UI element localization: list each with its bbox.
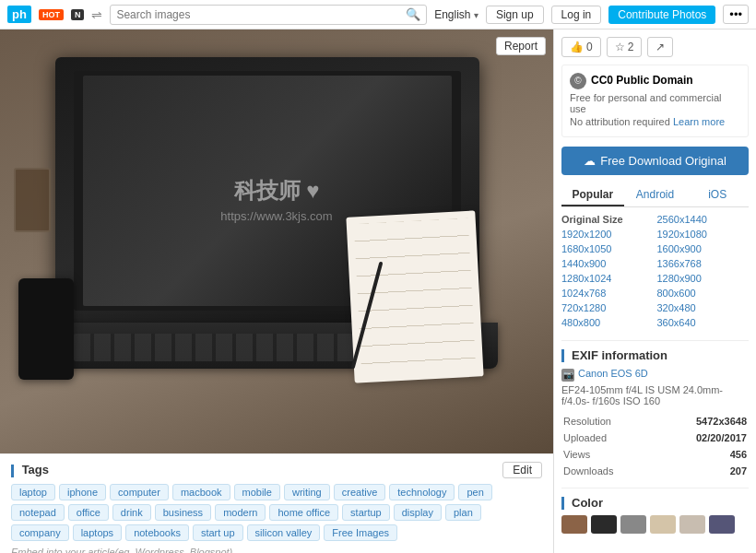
- size-item[interactable]: 320x480: [657, 301, 750, 314]
- tag-item[interactable]: notepad: [11, 504, 65, 521]
- size-item[interactable]: 1280x1024: [561, 272, 654, 285]
- tag-item[interactable]: plan: [445, 504, 481, 521]
- tag-item[interactable]: technology: [389, 484, 455, 500]
- tag-item[interactable]: office: [68, 504, 109, 521]
- badge-hot: HOT: [39, 9, 64, 20]
- tag-item[interactable]: company: [11, 524, 69, 541]
- tag-item[interactable]: display: [394, 504, 442, 521]
- share-icon: ↗: [656, 41, 665, 53]
- color-swatch[interactable]: [679, 515, 705, 534]
- star-button[interactable]: ☆ 2: [607, 37, 643, 57]
- color-swatch[interactable]: [709, 515, 735, 534]
- chevron-down-icon: ▾: [474, 10, 478, 20]
- size-item[interactable]: 1920x1200: [561, 228, 654, 241]
- size-item[interactable]: 1024x768: [561, 287, 654, 300]
- exif-section-title: EXIF information: [561, 348, 749, 362]
- tags-row: laptopiphonecomputermacbookmobilewriting…: [11, 484, 542, 541]
- signup-button[interactable]: Sign up: [486, 6, 544, 24]
- tag-item[interactable]: computer: [110, 484, 169, 500]
- size-item: [657, 331, 750, 333]
- license-box: © CC0 Public Domain Free for personal an…: [561, 65, 749, 137]
- size-item[interactable]: 2560x1440: [657, 213, 750, 226]
- color-swatch[interactable]: [591, 515, 617, 534]
- size-tab[interactable]: Android: [624, 184, 687, 206]
- table-row: Uploaded 02/20/2017: [563, 430, 747, 445]
- tag-item[interactable]: Free Images: [324, 524, 397, 541]
- table-row: Resolution 5472x3648: [563, 414, 747, 429]
- size-item[interactable]: 1920x1080: [657, 228, 750, 241]
- license-line2: No attribution required Learn more: [570, 116, 740, 127]
- tag-item[interactable]: macbook: [172, 484, 230, 500]
- size-item[interactable]: 1366x768: [657, 257, 750, 270]
- download-button[interactable]: ☁ Free Download Original: [561, 147, 749, 175]
- right-panel: 👍 0 ☆ 2 ↗ © CC0 Public Domain Free for p…: [553, 29, 756, 553]
- tags-title: Tags: [11, 463, 49, 477]
- resolution-label: Resolution: [563, 414, 654, 429]
- size-item: Original Size: [561, 213, 654, 226]
- cloud-download-icon: ☁: [584, 154, 596, 168]
- image-area: 科技师 ♥ https://www.3kjs.com Report Tags E…: [0, 29, 553, 553]
- header: ph HOT N ⇌ 🔍 English ▾ Sign up Log in Co…: [0, 0, 756, 29]
- size-item: [561, 331, 654, 333]
- main-content: 科技师 ♥ https://www.3kjs.com Report Tags E…: [0, 29, 756, 553]
- tag-item[interactable]: drink: [112, 504, 151, 521]
- tag-item[interactable]: start up: [193, 524, 243, 541]
- size-grid: Original Size2560x14401920x12001920x1080…: [561, 213, 749, 333]
- tag-item[interactable]: pen: [458, 484, 491, 500]
- tag-item[interactable]: modern: [215, 504, 266, 521]
- size-item[interactable]: 720x1280: [561, 301, 654, 314]
- tag-item[interactable]: mobile: [234, 484, 280, 500]
- tag-item[interactable]: startup: [342, 504, 390, 521]
- tag-item[interactable]: writing: [284, 484, 330, 500]
- login-button[interactable]: Log in: [551, 6, 602, 24]
- logo: ph: [7, 6, 31, 23]
- color-swatch[interactable]: [650, 515, 676, 534]
- size-tab[interactable]: Popular: [561, 184, 624, 206]
- tag-item[interactable]: business: [155, 504, 211, 521]
- size-item[interactable]: 360x640: [657, 316, 750, 329]
- shuffle-icon[interactable]: ⇌: [91, 7, 102, 22]
- size-item[interactable]: 1440x900: [561, 257, 654, 270]
- size-item[interactable]: 800x600: [657, 287, 750, 300]
- downloads-label: Downloads: [563, 464, 654, 478]
- action-row: 👍 0 ☆ 2 ↗: [561, 37, 749, 57]
- more-button[interactable]: •••: [723, 5, 749, 24]
- size-tab[interactable]: iOS: [686, 184, 749, 206]
- tag-item[interactable]: silicon valley: [247, 524, 321, 541]
- license-line1: Free for personal and commercial use: [570, 92, 740, 114]
- search-icon: 🔍: [406, 7, 420, 21]
- table-row: Downloads 207: [563, 464, 747, 478]
- like-button[interactable]: 👍 0: [561, 37, 601, 57]
- tag-item[interactable]: laptop: [11, 484, 55, 500]
- views-value: 456: [656, 447, 747, 462]
- size-item[interactable]: 480x800: [561, 316, 654, 329]
- contribute-button[interactable]: Contribute Photos: [608, 6, 715, 24]
- size-item[interactable]: 1600x900: [657, 242, 750, 255]
- download-label: Free Download Original: [600, 154, 726, 168]
- tags-section: Tags Edit laptopiphonecomputermacbookmob…: [0, 453, 553, 553]
- size-item[interactable]: 1280x900: [657, 272, 750, 285]
- tag-item[interactable]: home office: [269, 504, 338, 521]
- learn-more-link[interactable]: Learn more: [673, 116, 725, 127]
- share-button[interactable]: ↗: [647, 37, 673, 57]
- resolution-value: 5472x3648: [656, 414, 747, 429]
- edit-tags-button[interactable]: Edit: [502, 462, 542, 478]
- thumbs-up-icon: 👍: [570, 41, 584, 53]
- like-count: 0: [586, 41, 593, 53]
- search-input[interactable]: [116, 8, 406, 21]
- tag-item[interactable]: creative: [334, 484, 386, 500]
- language-selector[interactable]: English ▾: [434, 8, 478, 21]
- embed-text: Embed into your article(eg. Wordpress, B…: [11, 547, 542, 553]
- size-item[interactable]: 1680x1050: [561, 242, 654, 255]
- tag-item[interactable]: laptops: [73, 524, 122, 541]
- color-section-title: Color: [561, 496, 749, 510]
- tag-item[interactable]: iphone: [59, 484, 106, 500]
- camera-link[interactable]: Canon EOS 6D: [578, 368, 648, 379]
- table-row: Views 456: [563, 447, 747, 462]
- report-button[interactable]: Report: [496, 37, 546, 55]
- color-swatch[interactable]: [561, 515, 587, 534]
- license-title: CC0 Public Domain: [591, 74, 693, 87]
- tag-item[interactable]: notebooks: [125, 524, 189, 541]
- color-swatch[interactable]: [620, 515, 646, 534]
- size-tabs: PopularAndroidiOS: [561, 184, 749, 207]
